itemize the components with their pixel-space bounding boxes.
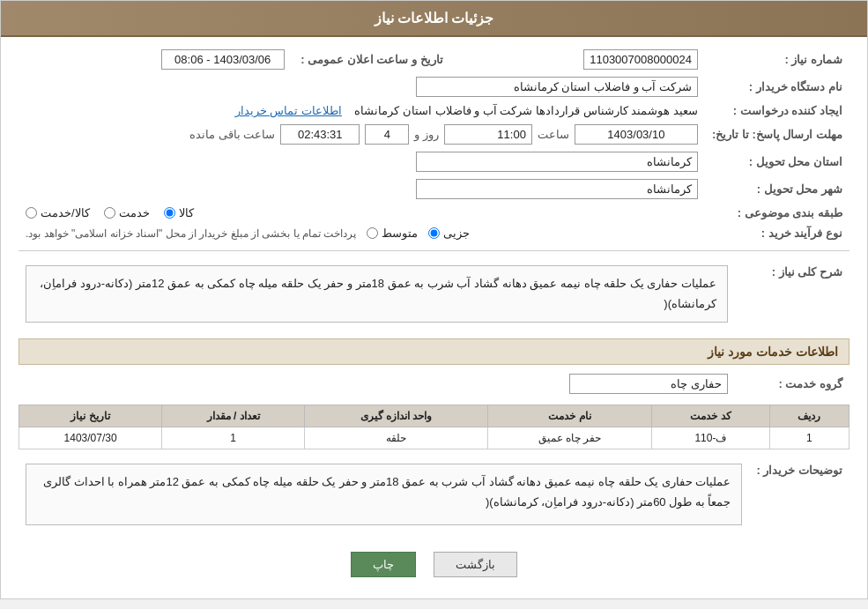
cell-row: 1	[769, 427, 849, 449]
deadline-time-label: ساعت	[538, 128, 569, 141]
need-desc-table: شرح کلی نیاز : عملیات حفاری یک حلقه چاه …	[19, 258, 849, 330]
requester-label: نام دستگاه خریدار :	[705, 73, 849, 100]
creator-label: ایجاد کننده درخواست :	[705, 100, 849, 121]
need-id-box: 1103007008000024	[583, 49, 698, 70]
need-desc-box: عملیات حفاری یک حلقه چاه نیمه عمیق دهانه…	[26, 265, 728, 323]
process-radio-group: پرداخت تمام یا بخشی از مبلغ خریدار از مح…	[26, 227, 698, 240]
cell-qty: 1	[162, 427, 305, 449]
buyer-notes-label: توضیحات خریدار :	[749, 457, 849, 532]
category-option-kala-khedmat[interactable]: کالا/خدمت	[26, 206, 90, 219]
info-table: شماره نیاز : 1103007008000024 تاریخ و سا…	[19, 46, 849, 243]
process-option-motavaset[interactable]: متوسط	[367, 227, 418, 240]
category-label-kala: کالا	[179, 206, 194, 219]
back-button[interactable]: بازگشت	[434, 552, 517, 577]
page-header: جزئیات اطلاعات نیاز	[1, 1, 867, 37]
process-note: پرداخت تمام یا بخشی از مبلغ خریدار از مح…	[26, 227, 356, 240]
buttons-row: بازگشت چاپ	[19, 539, 849, 590]
creator-value: سعید هوشمند کارشناس قراردادها شرکت آب و …	[19, 100, 705, 121]
process-row: نوع فرآیند خرید : پرداخت تمام یا بخشی از…	[19, 223, 849, 243]
deadline-days: 4	[365, 124, 409, 145]
requester-row: نام دستگاه خریدار : شرکت آب و فاضلاب است…	[19, 73, 849, 100]
need-number-label: شماره نیاز :	[705, 46, 849, 73]
buyer-notes-box: عملیات حفاری یک حلقه چاه نیمه عمیق دهانه…	[26, 464, 742, 525]
main-content: شماره نیاز : 1103007008000024 تاریخ و سا…	[1, 37, 867, 598]
service-group-input: حفاری چاه	[569, 374, 728, 394]
need-desc-value: عملیات حفاری یک حلقه چاه نیمه عمیق دهانه…	[19, 258, 735, 330]
process-value: پرداخت تمام یا بخشی از مبلغ خریدار از مح…	[19, 223, 705, 243]
category-row: طبقه بندی موضوعی : کالا/خدمت خدمت کالا	[19, 203, 849, 223]
category-option-kala[interactable]: کالا	[164, 206, 194, 219]
requester-input: شرکت آب و فاضلاب استان کرمانشاه	[416, 77, 698, 97]
service-table: ردیف کد خدمت نام خدمت واحد اندازه گیری ت…	[19, 405, 849, 449]
province-label: استان محل تحویل :	[705, 148, 849, 175]
deadline-time: 11:00	[444, 124, 532, 145]
deadline-remaining-label: ساعت باقی مانده	[189, 128, 275, 141]
service-group-value: حفاری چاه	[19, 370, 735, 397]
creator-row: ایجاد کننده درخواست : سعید هوشمند کارشنا…	[19, 100, 849, 121]
process-label-jozi: جزیی	[443, 227, 470, 240]
province-row: استان محل تحویل : کرمانشاه	[19, 148, 849, 175]
buyer-notes-table: توضیحات خریدار : عملیات حفاری یک حلقه چا…	[19, 457, 849, 532]
divider-1	[19, 250, 849, 251]
category-options: کالا/خدمت خدمت کالا	[19, 203, 705, 223]
announce-date-box: 1403/03/06 - 08:06	[161, 49, 285, 70]
need-desc-row: شرح کلی نیاز : عملیات حفاری یک حلقه چاه …	[19, 258, 849, 330]
cell-unit: حلقه	[305, 427, 488, 449]
service-table-body: 1 ف-110 حفر چاه عمیق حلقه 1 1403/07/30	[19, 427, 849, 449]
process-label-motavaset: متوسط	[382, 227, 418, 240]
category-radio-kala-khedmat[interactable]	[26, 207, 37, 219]
deadline-date: 1403/03/10	[575, 124, 698, 145]
need-desc-label: شرح کلی نیاز :	[735, 258, 849, 330]
cell-code: ف-110	[652, 427, 769, 449]
process-label: نوع فرآیند خرید :	[705, 223, 849, 243]
process-radio-motavaset[interactable]	[367, 227, 378, 239]
category-option-khedmat[interactable]: خدمت	[104, 206, 150, 219]
announce-label: تاریخ و ساعت اعلان عمومی :	[292, 46, 450, 73]
service-group-label: گروه خدمت :	[735, 370, 849, 397]
table-row: 1 ف-110 حفر چاه عمیق حلقه 1 1403/07/30	[19, 427, 849, 449]
creator-text: سعید هوشمند کارشناس قراردادها شرکت آب و …	[354, 104, 698, 117]
page-title: جزئیات اطلاعات نیاز	[375, 11, 494, 26]
deadline-label: مهلت ارسال پاسخ: تا تاریخ:	[705, 121, 849, 148]
cell-date: 1403/07/30	[19, 427, 162, 449]
services-section-header: اطلاعات خدمات مورد نیاز	[19, 338, 849, 365]
city-value: کرمانشاه	[19, 175, 705, 203]
need-number-value: 1103007008000024	[450, 46, 705, 73]
city-label: شهر محل تحویل :	[705, 175, 849, 203]
service-table-header-row: ردیف کد خدمت نام خدمت واحد اندازه گیری ت…	[19, 405, 849, 427]
col-qty: تعداد / مقدار	[162, 405, 305, 427]
service-group-table: گروه خدمت : حفاری چاه	[19, 370, 849, 397]
col-unit: واحد اندازه گیری	[305, 405, 488, 427]
col-code: کد خدمت	[652, 405, 769, 427]
requester-value: شرکت آب و فاضلاب استان کرمانشاه	[19, 73, 705, 100]
process-radio-jozi[interactable]	[428, 227, 440, 239]
deadline-value: 1403/03/10 ساعت 11:00 روز و 4 02:43:31 س…	[19, 121, 705, 148]
province-input: کرمانشاه	[416, 152, 698, 172]
category-label: طبقه بندی موضوعی :	[705, 203, 849, 223]
deadline-remaining: 02:43:31	[280, 124, 360, 145]
contact-link[interactable]: اطلاعات تماس خریدار	[235, 104, 342, 117]
category-radio-khedmat[interactable]	[104, 207, 115, 219]
announce-value: 1403/03/06 - 08:06	[19, 46, 292, 73]
service-group-row: گروه خدمت : حفاری چاه	[19, 370, 849, 397]
col-row: ردیف	[769, 405, 849, 427]
buyer-notes-row: توضیحات خریدار : عملیات حفاری یک حلقه چا…	[19, 457, 849, 532]
need-number-row: شماره نیاز : 1103007008000024 تاریخ و سا…	[19, 46, 849, 73]
category-label-kala-khedmat: کالا/خدمت	[41, 206, 90, 219]
deadline-day-label: روز و	[414, 128, 439, 141]
print-button[interactable]: چاپ	[351, 552, 416, 577]
category-radio-group: کالا/خدمت خدمت کالا	[26, 206, 698, 219]
page-wrapper: جزئیات اطلاعات نیاز شماره نیاز : 1103007…	[0, 0, 868, 599]
col-name: نام خدمت	[487, 405, 652, 427]
province-value: کرمانشاه	[19, 148, 705, 175]
deadline-time-row: 1403/03/10 ساعت 11:00 روز و 4 02:43:31 س…	[26, 124, 698, 145]
process-option-jozi[interactable]: جزیی	[428, 227, 470, 240]
col-date: تاریخ نیاز	[19, 405, 162, 427]
category-radio-kala[interactable]	[164, 207, 175, 219]
buyer-notes-value: عملیات حفاری یک حلقه چاه نیمه عمیق دهانه…	[19, 457, 749, 532]
cell-name: حفر چاه عمیق	[487, 427, 652, 449]
city-row: شهر محل تحویل : کرمانشاه	[19, 175, 849, 203]
category-label-khedmat: خدمت	[119, 206, 150, 219]
service-table-head: ردیف کد خدمت نام خدمت واحد اندازه گیری ت…	[19, 405, 849, 427]
city-input: کرمانشاه	[416, 179, 698, 199]
